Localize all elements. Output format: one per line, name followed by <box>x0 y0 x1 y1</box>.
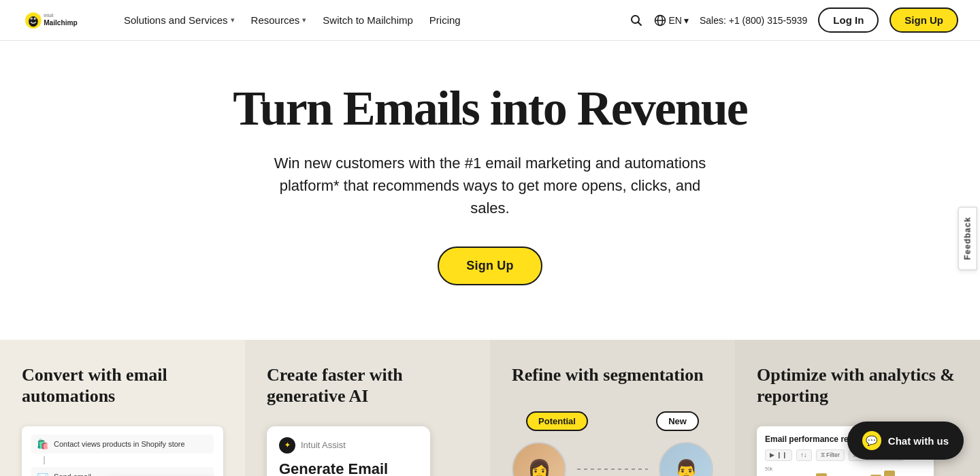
avatar-male: 👨 <box>659 442 713 476</box>
svg-text:Mailchimp: Mailchimp <box>44 18 78 26</box>
hero-signup-button[interactable]: Sign Up <box>438 247 542 285</box>
nav-solutions[interactable]: Solutions and Services ▾ <box>118 10 240 30</box>
intuit-assist-logo: ✦ <box>279 437 295 454</box>
logo[interactable]: intuit Mailchimp <box>22 8 97 33</box>
nav-resources[interactable]: Resources ▾ <box>246 10 312 30</box>
flow-node-email: ✉️ Send email <box>31 467 214 476</box>
segmentation-title: Refine with segmentation <box>512 364 713 385</box>
bar-9 <box>884 471 895 476</box>
potential-badge: Potential <box>526 411 588 431</box>
avatar-female: 👩 <box>512 442 566 476</box>
hero-title: Turn Emails into Revenue <box>27 82 953 136</box>
svg-line-9 <box>638 22 642 25</box>
email-icon: ✉️ <box>37 471 48 476</box>
intuit-assist-card: ✦ Intuit Assist Generate Email Based on … <box>267 426 430 476</box>
segmentation-visual: Potential New 👩 👨 Repeat <box>512 404 713 476</box>
chat-button[interactable]: 💬 Chat with us <box>847 422 964 460</box>
bar-chart <box>775 466 936 476</box>
svg-point-5 <box>35 18 36 20</box>
svg-point-4 <box>31 18 33 20</box>
language-selector[interactable]: EN ▾ <box>654 14 688 27</box>
features-section: Convert with email automations 🛍️ Contac… <box>0 340 980 476</box>
chevron-down-icon: ▾ <box>231 16 235 25</box>
hero-section: Turn Emails into Revenue Win new custome… <box>0 41 980 340</box>
shopify-icon: 🛍️ <box>37 439 48 449</box>
y-axis: 50k 40k 30k 20k 10k <box>765 466 772 476</box>
flow-connector <box>44 456 45 464</box>
automation-title: Convert with email automations <box>22 364 223 407</box>
signup-button-nav[interactable]: Sign Up <box>889 7 958 33</box>
svg-point-1 <box>29 16 38 27</box>
sales-number: Sales: +1 (800) 315-5939 <box>700 15 807 26</box>
nav-pricing[interactable]: Pricing <box>424 10 466 30</box>
feature-ai: Create faster with generative AI ✦ Intui… <box>245 340 490 476</box>
search-button[interactable] <box>630 14 643 27</box>
ai-title: Create faster with generative AI <box>267 364 468 407</box>
sort-btn[interactable]: ↑↓ <box>796 449 812 461</box>
bar-4 <box>816 473 827 476</box>
feature-automation: Convert with email automations 🛍️ Contac… <box>0 340 245 476</box>
login-button[interactable]: Log In <box>818 7 879 33</box>
feature-segmentation: Refine with segmentation Potential New 👩… <box>490 340 735 476</box>
analytics-title: Optimize with analytics & reporting <box>757 364 958 407</box>
generate-email-title: Generate Email <box>279 460 418 476</box>
hero-subtitle: Win new customers with the #1 email mark… <box>259 152 721 219</box>
chevron-down-icon: ▾ <box>302 16 306 25</box>
nav-switch[interactable]: Switch to Mailchimp <box>317 10 419 30</box>
navbar: intuit Mailchimp Solutions and Services … <box>0 0 980 41</box>
filter-btn[interactable]: ⧖ Filter <box>816 449 845 461</box>
bar-chart-container: 50k 40k 30k 20k 10k <box>765 466 926 476</box>
automation-flow-card: 🛍️ Contact views products in Shopify sto… <box>22 426 223 476</box>
assist-label: Intuit Assist <box>301 440 346 450</box>
segment-badges-row: Potential New <box>512 411 713 431</box>
svg-text:intuit: intuit <box>44 12 53 17</box>
avatars-row: 👩 👨 <box>512 442 713 476</box>
chat-icon: 💬 <box>862 431 881 450</box>
flow-node-shopify: 🛍️ Contact views products in Shopify sto… <box>31 434 214 454</box>
feedback-tab[interactable]: Feedback <box>958 206 977 270</box>
assist-header: ✦ Intuit Assist <box>279 437 418 454</box>
play-pause-btn[interactable]: ▶ ❙❙ <box>765 449 792 461</box>
new-badge: New <box>656 411 699 431</box>
